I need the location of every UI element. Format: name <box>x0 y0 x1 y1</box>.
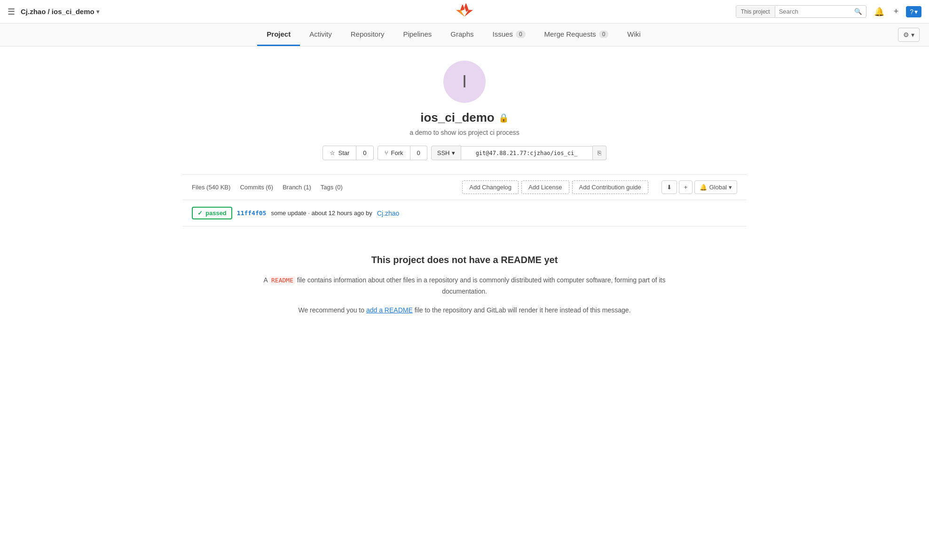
top-navigation: ☰ Cj.zhao / ios_ci_demo ▾ This project 🔍… <box>0 0 929 23</box>
clone-url: git@47.88.21.77:cjzhao/ios_ci_ <box>461 146 593 160</box>
project-breadcrumb[interactable]: Cj.zhao / ios_ci_demo ▾ <box>21 8 99 16</box>
icon-buttons: ⬇ + 🔔 Global ▾ <box>661 180 737 194</box>
copy-icon: ⎘ <box>598 149 601 156</box>
ci-status-label: passed <box>205 210 227 217</box>
readme-rec-prefix: We recommend you to <box>298 306 364 314</box>
star-button[interactable]: ☆ Star <box>323 146 356 160</box>
settings-gear-icon: ⚙ <box>903 31 909 39</box>
breadcrumb-text: Cj.zhao / ios_ci_demo <box>21 8 94 16</box>
add-readme-link[interactable]: add a README <box>366 306 413 314</box>
tab-activity[interactable]: Activity <box>300 23 341 46</box>
readme-recommendation: We recommend you to add a README file to… <box>192 305 737 316</box>
readme-description: A README file contains information about… <box>253 275 676 297</box>
notifications-icon[interactable]: 🔔 <box>872 5 886 19</box>
new-file-button[interactable]: + <box>679 180 693 194</box>
merge-requests-badge: 0 <box>599 31 609 38</box>
project-header: I ios_ci_demo 🔒 a demo to show ios proje… <box>192 61 737 160</box>
search-submit-icon[interactable]: 🔍 <box>850 6 866 17</box>
clone-area: SSH ▾ git@47.88.21.77:cjzhao/ios_ci_ ⎘ <box>431 146 606 160</box>
avatar-letter: I <box>462 72 467 92</box>
tab-issues-label: Issues <box>493 30 513 38</box>
search-input[interactable] <box>775 6 850 17</box>
settings-button[interactable]: ⚙ ▾ <box>898 28 920 42</box>
download-button[interactable]: ⬇ <box>661 180 677 194</box>
readme-desc-prefix: A <box>264 276 268 284</box>
fork-count: 0 <box>410 146 427 160</box>
tab-pipelines-label: Pipelines <box>403 30 432 38</box>
search-box[interactable]: This project 🔍 <box>736 5 866 18</box>
tab-graphs-label: Graphs <box>450 30 473 38</box>
issues-badge: 0 <box>516 31 526 38</box>
download-icon: ⬇ <box>667 184 672 191</box>
readme-rec-suffix: file to the repository and GitLab will r… <box>415 306 631 314</box>
commit-message: some update · about 12 hours ago by <box>271 210 372 217</box>
commit-author[interactable]: Cj.zhao <box>377 210 399 217</box>
add-changelog-button[interactable]: Add Changelog <box>462 180 519 194</box>
readme-keyword: README <box>269 276 295 284</box>
project-title: ios_ci_demo 🔒 <box>192 110 737 125</box>
ssh-protocol-label: SSH <box>437 149 450 156</box>
ci-status-badge[interactable]: ✓ passed <box>192 207 232 219</box>
add-file-buttons: Add Changelog Add License Add Contributi… <box>462 180 648 194</box>
gitlab-logo[interactable] <box>456 2 473 21</box>
tab-pipelines[interactable]: Pipelines <box>394 23 441 46</box>
notification-dropdown[interactable]: 🔔 Global ▾ <box>694 180 737 194</box>
ssh-chevron-icon: ▾ <box>452 149 455 156</box>
commit-info: ✓ passed 11ff4f05 some update · about 12… <box>182 200 747 226</box>
new-item-icon[interactable]: + <box>892 5 901 18</box>
ssh-protocol-dropdown[interactable]: SSH ▾ <box>431 146 461 160</box>
help-icon: ? <box>910 8 913 16</box>
settings-chevron-icon: ▾ <box>911 31 914 39</box>
project-description: a demo to show ios project ci process <box>192 129 737 136</box>
project-avatar: I <box>443 61 486 103</box>
tab-issues[interactable]: Issues 0 <box>483 23 535 46</box>
add-license-button[interactable]: Add License <box>521 180 569 194</box>
lock-icon: 🔒 <box>498 113 509 123</box>
fork-icon: ⑂ <box>385 149 388 156</box>
star-label: Star <box>338 149 349 156</box>
breadcrumb-chevron-icon: ▾ <box>96 8 99 15</box>
readme-title: This project does not have a README yet <box>192 255 737 265</box>
readme-desc-suffix: file contains information about other fi… <box>297 276 666 295</box>
star-icon: ☆ <box>330 149 335 156</box>
action-buttons: ☆ Star 0 ⑂ Fork 0 SSH ▾ git@47.88.21.77:… <box>192 146 737 160</box>
readme-section: This project does not have a README yet … <box>182 236 747 334</box>
star-count: 0 <box>356 146 373 160</box>
notification-label: Global <box>709 184 727 191</box>
plus-icon: + <box>684 184 688 191</box>
tags-stat[interactable]: Tags (0) <box>321 184 343 191</box>
notification-chevron-icon: ▾ <box>729 184 732 191</box>
tab-merge-requests[interactable]: Merge Requests 0 <box>535 23 618 46</box>
commits-stat[interactable]: Commits (6) <box>240 184 273 191</box>
commit-hash[interactable]: 11ff4f05 <box>237 210 267 217</box>
tab-merge-requests-label: Merge Requests <box>544 30 596 38</box>
tab-project-label: Project <box>267 30 291 38</box>
fork-button[interactable]: ⑂ Fork <box>378 146 410 160</box>
bell-icon: 🔔 <box>700 184 707 191</box>
tab-activity-label: Activity <box>309 30 332 38</box>
hamburger-menu-icon[interactable]: ☰ <box>8 7 15 17</box>
help-button[interactable]: ? ▾ <box>906 6 921 17</box>
nav-right-section: This project 🔍 🔔 + ? ▾ <box>736 5 921 19</box>
main-content: I ios_ci_demo 🔒 a demo to show ios proje… <box>182 47 747 334</box>
help-chevron-icon: ▾ <box>914 8 918 16</box>
tab-wiki[interactable]: Wiki <box>618 23 650 46</box>
tab-graphs[interactable]: Graphs <box>441 23 483 46</box>
add-contribution-button[interactable]: Add Contribution guide <box>572 180 648 194</box>
tab-repository[interactable]: Repository <box>341 23 394 46</box>
branch-stat[interactable]: Branch (1) <box>283 184 311 191</box>
project-name: ios_ci_demo <box>420 110 495 125</box>
search-project-label: This project <box>736 6 775 17</box>
nav-tabs: Project Activity Repository Pipelines Gr… <box>9 23 898 46</box>
copy-url-button[interactable]: ⎘ <box>593 146 606 160</box>
secondary-navigation: Project Activity Repository Pipelines Gr… <box>0 23 929 47</box>
tab-wiki-label: Wiki <box>627 30 640 38</box>
tab-repository-label: Repository <box>351 30 385 38</box>
fork-label: Fork <box>391 149 403 156</box>
check-icon: ✓ <box>197 210 203 217</box>
tab-project[interactable]: Project <box>257 23 300 46</box>
file-info-bar: Files (540 KB) Commits (6) Branch (1) Ta… <box>182 175 747 200</box>
files-stat[interactable]: Files (540 KB) <box>192 184 230 191</box>
